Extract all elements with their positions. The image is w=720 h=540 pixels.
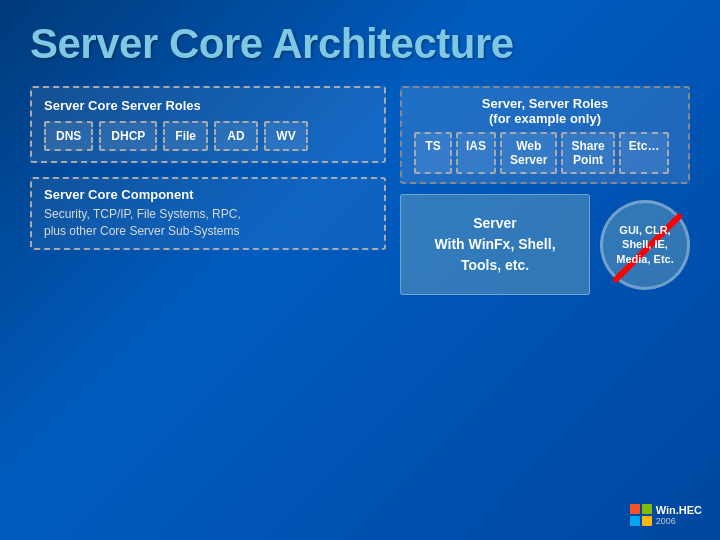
no-gui-circle: GUI, CLR, Shell, IE, Media, Etc. bbox=[600, 200, 690, 290]
role-share-point: Share Point bbox=[561, 132, 614, 174]
winhec-badge: Win.HEC 2006 bbox=[630, 504, 702, 526]
role-wv: WV bbox=[264, 121, 308, 151]
winfx-row: ServerWith WinFx, Shell,Tools, etc. GUI,… bbox=[400, 194, 690, 295]
core-roles-title: Server Core Server Roles bbox=[44, 98, 372, 113]
core-roles-row: DNS DHCP File AD WV bbox=[44, 121, 372, 151]
core-component-box: Server Core Component Security, TCP/IP, … bbox=[30, 177, 386, 250]
windows-icon bbox=[630, 504, 652, 526]
core-roles-box: Server Core Server Roles DNS DHCP File A… bbox=[30, 86, 386, 163]
no-gui-text: GUI, CLR, Shell, IE, Media, Etc. bbox=[603, 219, 687, 270]
role-etc: Etc… bbox=[619, 132, 670, 174]
role-dhcp: DHCP bbox=[99, 121, 157, 151]
server-roles-box: Server, Server Roles(for example only) T… bbox=[400, 86, 690, 184]
right-column: Server, Server Roles(for example only) T… bbox=[400, 86, 690, 295]
winhec-logo: Win.HEC 2006 bbox=[630, 504, 702, 526]
role-ad: AD bbox=[214, 121, 258, 151]
role-web-server: Web Server bbox=[500, 132, 557, 174]
left-column: Server Core Server Roles DNS DHCP File A… bbox=[30, 86, 386, 295]
winfx-box: ServerWith WinFx, Shell,Tools, etc. bbox=[400, 194, 590, 295]
role-ias: IAS bbox=[456, 132, 496, 174]
no-gui-area: GUI, CLR, Shell, IE, Media, Etc. bbox=[600, 194, 690, 295]
bottom-row: Server Core Component Security, TCP/IP, … bbox=[30, 173, 386, 295]
role-ts: TS bbox=[414, 132, 452, 174]
slide-title: Server Core Architecture bbox=[30, 20, 690, 68]
server-roles-title: Server, Server Roles(for example only) bbox=[414, 96, 676, 126]
winfx-text: ServerWith WinFx, Shell,Tools, etc. bbox=[434, 213, 555, 276]
core-component-title: Server Core Component bbox=[44, 187, 372, 202]
roles-row: TS IAS Web Server Share Point Etc… bbox=[414, 132, 676, 174]
slide: Server Core Architecture Server Core Ser… bbox=[0, 0, 720, 540]
bottom-left: Server Core Component Security, TCP/IP, … bbox=[30, 173, 386, 295]
winhec-brand-text: Win.HEC bbox=[656, 504, 702, 516]
winhec-year-text: 2006 bbox=[656, 516, 702, 526]
role-dns: DNS bbox=[44, 121, 93, 151]
core-component-text: Security, TCP/IP, File Systems, RPC,plus… bbox=[44, 206, 372, 240]
role-file: File bbox=[163, 121, 208, 151]
